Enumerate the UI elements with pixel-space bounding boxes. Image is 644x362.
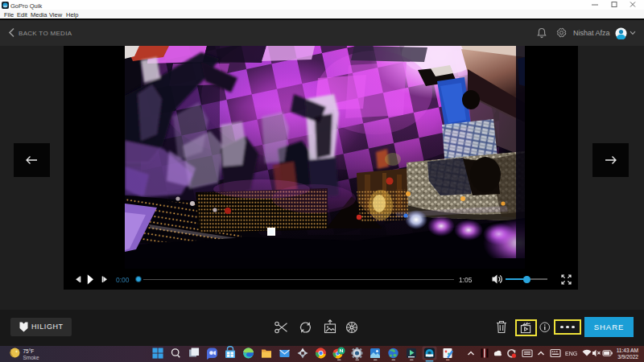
svg-text:ENG: ENG bbox=[565, 351, 577, 356]
svg-text:3/9/2022: 3/9/2022 bbox=[617, 354, 638, 360]
svg-text:Smoke: Smoke bbox=[23, 355, 40, 360]
svg-text:75°F: 75°F bbox=[23, 348, 35, 354]
svg-text:11:43 AM: 11:43 AM bbox=[617, 348, 638, 353]
